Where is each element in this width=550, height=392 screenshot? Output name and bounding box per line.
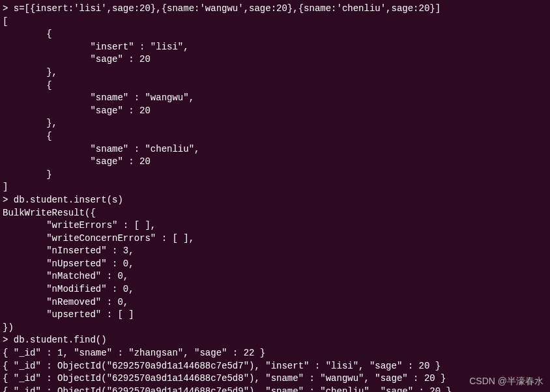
terminal-line: "nMatched" : 0,	[3, 270, 547, 283]
terminal-output[interactable]: > s=[{insert:'lisi',sage:20},{sname:'wan…	[3, 3, 547, 392]
terminal-line: "sname" : "wangwu",	[3, 92, 547, 105]
terminal-line: {	[3, 79, 547, 92]
terminal-line: "insert" : "lisi",	[3, 41, 547, 54]
terminal-line: { "_id" : 1, "sname" : "zhangsan", "sage…	[3, 347, 547, 360]
terminal-line: "sage" : 20	[3, 105, 547, 118]
terminal-line: > db.student.insert(s)	[3, 194, 547, 207]
terminal-line: > s=[{insert:'lisi',sage:20},{sname:'wan…	[3, 3, 547, 16]
terminal-line: "nUpserted" : 0,	[3, 258, 547, 271]
terminal-line: {	[3, 130, 547, 143]
terminal-line: { "_id" : ObjectId("6292570a9d1a144688c7…	[3, 385, 547, 392]
terminal-line: "nRemoved" : 0,	[3, 296, 547, 309]
terminal-line: ]	[3, 181, 547, 194]
watermark-text: CSDN @半濠春水	[469, 375, 543, 388]
terminal-line: BulkWriteResult({	[3, 207, 547, 220]
terminal-line: },	[3, 66, 547, 79]
terminal-line: { "_id" : ObjectId("6292570a9d1a144688c7…	[3, 360, 547, 373]
terminal-line: },	[3, 117, 547, 130]
terminal-line: "upserted" : [ ]	[3, 309, 547, 322]
terminal-line: "nModified" : 0,	[3, 283, 547, 296]
terminal-line: { "_id" : ObjectId("6292570a9d1a144688c7…	[3, 372, 547, 385]
terminal-line: [	[3, 16, 547, 29]
terminal-line: }	[3, 169, 547, 182]
terminal-line: "writeConcernErrors" : [ ],	[3, 232, 547, 245]
terminal-line: "nInserted" : 3,	[3, 245, 547, 258]
terminal-line: "sname" : "chenliu",	[3, 143, 547, 156]
terminal-line: "sage" : 20	[3, 156, 547, 169]
terminal-line: > db.student.find()	[3, 334, 547, 347]
terminal-line: "writeErrors" : [ ],	[3, 219, 547, 232]
terminal-line: })	[3, 322, 547, 335]
terminal-line: {	[3, 28, 547, 41]
terminal-line: "sage" : 20	[3, 53, 547, 66]
